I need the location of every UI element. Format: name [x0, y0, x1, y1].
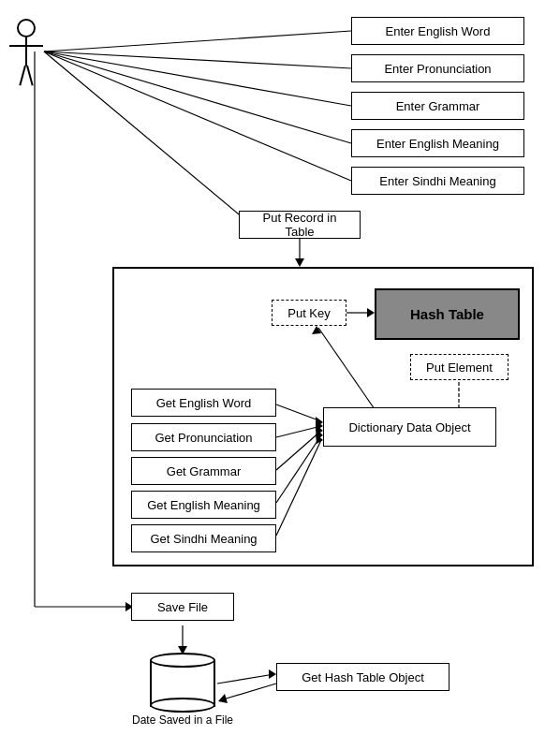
- enter-sindhi-meaning-box: Enter Sindhi Meaning: [351, 167, 524, 195]
- enter-pronunciation-box: Enter Pronunciation: [351, 54, 524, 82]
- get-grammar-label: Get Grammar: [167, 464, 241, 478]
- cylinder-bottom-ellipse: [150, 698, 215, 713]
- get-english-word-label: Get English Word: [156, 396, 252, 410]
- get-hash-table-object-box: Get Hash Table Object: [276, 663, 449, 691]
- enter-grammar-box: Enter Grammar: [351, 92, 524, 120]
- database-label: Date Saved in a File: [122, 713, 243, 727]
- get-sindhi-meaning-box: Get Sindhi Meaning: [131, 524, 276, 552]
- get-sindhi-meaning-label: Get Sindhi Meaning: [150, 532, 257, 546]
- svg-marker-7: [295, 258, 304, 267]
- actor: [17, 19, 36, 88]
- put-key-label: Put Key: [287, 306, 331, 320]
- get-english-meaning-label: Get English Meaning: [147, 498, 260, 512]
- get-english-meaning-box: Get English Meaning: [131, 491, 276, 519]
- put-element-label: Put Element: [426, 360, 493, 375]
- cylinder-top: [150, 653, 215, 668]
- get-grammar-box: Get Grammar: [131, 457, 276, 485]
- svg-line-1: [44, 51, 351, 68]
- enter-english-word-label: Enter English Word: [386, 24, 491, 38]
- put-element-box: Put Element: [410, 354, 508, 380]
- actor-leg-left: [19, 66, 26, 86]
- put-record-box: Put Record in Table: [239, 211, 361, 239]
- actor-leg-right: [26, 66, 34, 86]
- hash-table-label: Hash Table: [410, 306, 484, 322]
- svg-line-3: [44, 51, 351, 143]
- save-file-box: Save File: [131, 593, 234, 621]
- enter-sindhi-meaning-label: Enter Sindhi Meaning: [379, 174, 495, 188]
- enter-grammar-label: Enter Grammar: [396, 99, 480, 113]
- get-english-word-box: Get English Word: [131, 389, 276, 417]
- svg-line-29: [217, 674, 274, 684]
- get-hash-table-object-label: Get Hash Table Object: [302, 670, 424, 684]
- enter-english-meaning-label: Enter English Meaning: [376, 137, 499, 151]
- put-key-box: Put Key: [272, 300, 346, 326]
- diagram-container: Enter English Word Enter Pronunciation E…: [0, 0, 560, 750]
- actor-body: [25, 37, 27, 66]
- svg-line-31: [220, 684, 276, 700]
- svg-line-0: [44, 31, 351, 51]
- save-file-label: Save File: [157, 600, 208, 614]
- actor-arms: [9, 45, 43, 47]
- dictionary-data-object-box: Dictionary Data Object: [323, 407, 496, 447]
- put-record-label: Put Record in Table: [247, 211, 352, 239]
- svg-line-4: [44, 51, 351, 181]
- dictionary-data-object-label: Dictionary Data Object: [348, 420, 470, 434]
- get-pronunciation-box: Get Pronunciation: [131, 423, 276, 451]
- enter-english-word-box: Enter English Word: [351, 17, 524, 45]
- get-pronunciation-label: Get Pronunciation: [155, 431, 252, 445]
- hash-table-box: Hash Table: [375, 288, 520, 340]
- svg-line-5: [44, 51, 243, 218]
- svg-line-2: [44, 51, 351, 106]
- enter-english-meaning-box: Enter English Meaning: [351, 129, 524, 157]
- database-cylinder: [150, 653, 215, 707]
- svg-marker-32: [218, 694, 228, 703]
- actor-head: [17, 19, 36, 37]
- svg-marker-30: [269, 669, 276, 679]
- enter-pronunciation-label: Enter Pronunciation: [384, 62, 491, 76]
